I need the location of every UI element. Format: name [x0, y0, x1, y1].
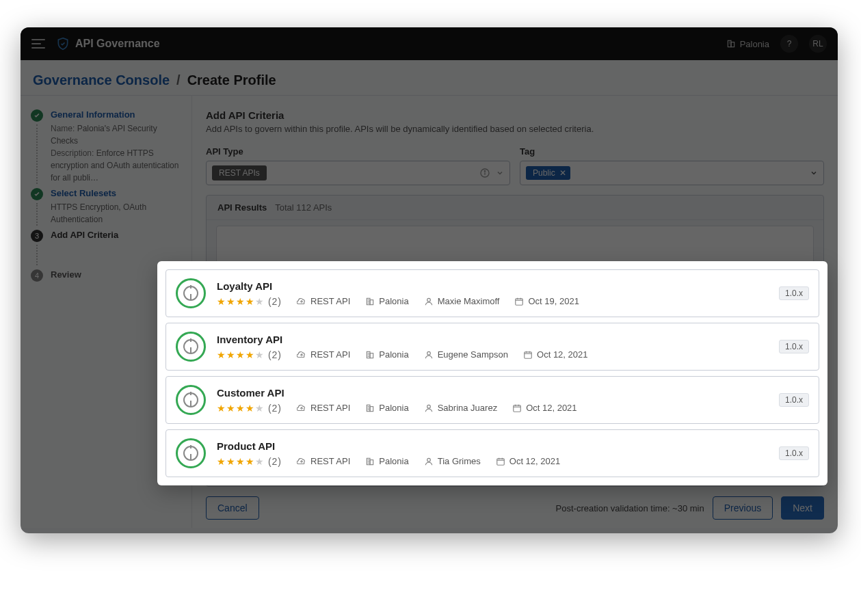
org-name: Palonia	[740, 39, 769, 49]
app-title: API Governance	[75, 38, 160, 50]
api-type-label: API Type	[206, 146, 510, 157]
step-number-icon: 4	[31, 269, 43, 282]
page-heading: Add API Criteria	[206, 109, 824, 121]
info-icon	[479, 168, 490, 178]
step-label: General Information	[51, 109, 182, 120]
api-type: REST API	[297, 456, 350, 466]
tag-select[interactable]: Public ✕	[520, 161, 824, 185]
api-card[interactable]: Product API ★★★★★ (2) REST API Palonia T…	[165, 429, 819, 477]
api-type-chip: REST APIs	[212, 165, 267, 180]
calendar-icon	[496, 457, 505, 466]
version-badge: 1.0.x	[779, 446, 809, 460]
user-icon	[424, 350, 434, 360]
wizard-footer: Cancel Post-creation validation time: ~3…	[206, 487, 824, 520]
api-type: REST API	[297, 296, 350, 306]
results-title: API Results	[217, 202, 267, 213]
help-button[interactable]: ?	[780, 35, 798, 53]
api-owner: Sabrina Juarez	[424, 403, 497, 413]
rating-stars: ★★★★★ (2)	[217, 349, 282, 360]
topbar: API Governance Palonia ? RL	[21, 27, 838, 60]
step-number-icon: 3	[31, 230, 43, 242]
version-badge: 1.0.x	[779, 393, 809, 407]
cancel-button[interactable]: Cancel	[206, 496, 259, 520]
breadcrumb-parent[interactable]: Governance Console	[33, 72, 170, 88]
step-label: Add API Criteria	[51, 230, 118, 240]
svg-rect-31	[370, 406, 373, 411]
rating-stars: ★★★★★ (2)	[217, 456, 282, 467]
api-name: Product API	[217, 440, 768, 452]
api-org: Palonia	[365, 456, 408, 466]
page-subheading: Add APIs to govern within this profile. …	[206, 124, 824, 134]
svg-point-6	[484, 171, 485, 172]
api-results-popup: Loyalty API ★★★★★ (2) REST API Palonia M…	[157, 261, 827, 485]
check-icon	[31, 109, 43, 122]
step-label: Review	[51, 269, 81, 280]
list-item[interactable]	[216, 226, 814, 265]
rating-stars: ★★★★★ (2)	[217, 296, 282, 307]
svg-point-35	[427, 405, 430, 408]
cloud-upload-icon	[297, 350, 306, 360]
user-icon	[424, 403, 434, 413]
step-general-information[interactable]: General Information Name: Palonia's API …	[30, 109, 182, 184]
calendar-icon	[514, 297, 524, 306]
api-icon	[176, 438, 206, 468]
building-icon	[726, 39, 736, 49]
svg-point-13	[427, 298, 430, 302]
api-org: Palonia	[365, 403, 408, 413]
brand: API Governance	[56, 37, 160, 51]
previous-button[interactable]: Previous	[713, 496, 773, 520]
step-label: Select Rulesets	[51, 188, 182, 198]
cloud-upload-icon	[297, 403, 306, 413]
results-count: Total 112 APIs	[275, 202, 332, 213]
api-owner: Tia Grimes	[424, 456, 481, 466]
api-name: Customer API	[217, 387, 768, 399]
version-badge: 1.0.x	[779, 340, 809, 353]
api-icon	[176, 385, 206, 415]
svg-rect-36	[514, 405, 521, 411]
svg-point-24	[427, 351, 430, 355]
step-add-api-criteria[interactable]: 3 Add API Criteria	[30, 230, 182, 265]
calendar-icon	[523, 350, 533, 360]
svg-rect-20	[370, 353, 373, 358]
next-button[interactable]: Next	[781, 496, 824, 520]
menu-icon[interactable]	[31, 39, 45, 49]
chevron-down-icon	[810, 169, 818, 177]
building-icon	[365, 350, 375, 360]
api-icon	[176, 332, 206, 362]
svg-point-46	[427, 458, 430, 461]
step-select-rulesets[interactable]: Select Rulesets HTTPS Encryption, OAuth …	[30, 188, 182, 226]
close-icon[interactable]: ✕	[559, 168, 566, 178]
api-date: Oct 12, 2021	[512, 403, 577, 413]
svg-rect-14	[516, 298, 523, 304]
breadcrumb: Governance Console / Create Profile	[21, 60, 838, 96]
breadcrumb-separator: /	[176, 72, 181, 88]
api-card[interactable]: Customer API ★★★★★ (2) REST API Palonia …	[165, 376, 819, 424]
version-badge: 1.0.x	[779, 286, 809, 300]
api-owner: Maxie Maximoff	[424, 296, 500, 306]
shield-icon	[56, 37, 70, 51]
breadcrumb-current: Create Profile	[187, 72, 276, 88]
svg-rect-25	[525, 351, 532, 358]
api-org: Palonia	[365, 349, 408, 360]
api-date: Oct 12, 2021	[496, 456, 560, 466]
svg-rect-47	[497, 458, 505, 464]
api-name: Loyalty API	[217, 280, 768, 292]
check-icon	[31, 188, 43, 200]
building-icon	[365, 403, 375, 413]
svg-rect-1	[731, 42, 734, 47]
user-icon	[424, 297, 434, 306]
user-icon	[424, 457, 434, 466]
api-icon	[176, 278, 206, 308]
chevron-down-icon	[496, 169, 504, 177]
api-card[interactable]: Inventory API ★★★★★ (2) REST API Palonia…	[165, 323, 819, 371]
api-type: REST API	[297, 349, 350, 360]
tag-chip[interactable]: Public ✕	[526, 166, 570, 180]
api-card[interactable]: Loyalty API ★★★★★ (2) REST API Palonia M…	[165, 269, 819, 317]
api-type-select[interactable]: REST APIs	[206, 161, 510, 185]
org-switcher[interactable]: Palonia	[726, 39, 769, 49]
avatar[interactable]: RL	[809, 35, 827, 53]
api-org: Palonia	[365, 296, 408, 306]
api-type: REST API	[297, 403, 350, 413]
cloud-upload-icon	[297, 297, 306, 306]
rating-stars: ★★★★★ (2)	[217, 403, 282, 414]
